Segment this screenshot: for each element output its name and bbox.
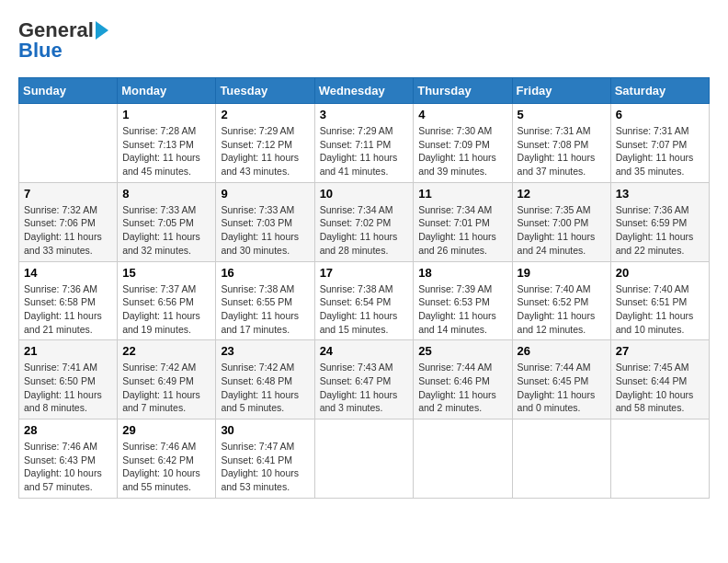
day-info: Sunrise: 7:41 AMSunset: 6:50 PMDaylight:… [24, 361, 112, 415]
day-number: 14 [24, 266, 112, 280]
day-number: 16 [221, 266, 309, 280]
calendar-cell: 24Sunrise: 7:43 AMSunset: 6:47 PMDayligh… [314, 340, 414, 419]
col-header-monday: Monday [118, 78, 216, 104]
calendar-week-row: 21Sunrise: 7:41 AMSunset: 6:50 PMDayligh… [19, 340, 710, 419]
day-info: Sunrise: 7:34 AMSunset: 7:02 PMDaylight:… [320, 203, 409, 258]
day-info: Sunrise: 7:40 AMSunset: 6:51 PMDaylight:… [616, 282, 704, 337]
calendar-cell: 3Sunrise: 7:29 AMSunset: 7:11 PMDaylight… [314, 104, 414, 183]
calendar-cell: 18Sunrise: 7:39 AMSunset: 6:53 PMDayligh… [414, 261, 512, 340]
day-number: 27 [616, 344, 704, 358]
calendar-cell: 1Sunrise: 7:28 AMSunset: 7:13 PMDaylight… [118, 104, 216, 183]
day-number: 10 [320, 187, 409, 201]
day-info: Sunrise: 7:30 AMSunset: 7:09 PMDaylight:… [418, 124, 506, 178]
calendar-cell: 30Sunrise: 7:47 AMSunset: 6:41 PMDayligh… [216, 419, 314, 499]
col-header-thursday: Thursday [414, 78, 512, 104]
day-number: 9 [221, 187, 309, 201]
calendar-cell: 16Sunrise: 7:38 AMSunset: 6:55 PMDayligh… [216, 261, 314, 340]
day-number: 26 [518, 344, 606, 358]
calendar-cell: 15Sunrise: 7:37 AMSunset: 6:56 PMDayligh… [118, 261, 216, 340]
day-number: 2 [221, 108, 309, 121]
day-info: Sunrise: 7:34 AMSunset: 7:01 PMDaylight:… [418, 203, 506, 258]
calendar-cell: 25Sunrise: 7:44 AMSunset: 6:46 PMDayligh… [414, 340, 512, 419]
calendar-cell: 26Sunrise: 7:44 AMSunset: 6:45 PMDayligh… [512, 340, 610, 419]
day-info: Sunrise: 7:44 AMSunset: 6:46 PMDaylight:… [418, 361, 506, 415]
day-number: 20 [616, 266, 704, 280]
day-info: Sunrise: 7:33 AMSunset: 7:03 PMDaylight:… [221, 203, 309, 258]
calendar-cell: 17Sunrise: 7:38 AMSunset: 6:54 PMDayligh… [314, 261, 414, 340]
day-info: Sunrise: 7:46 AMSunset: 6:43 PMDaylight:… [24, 440, 112, 494]
day-info: Sunrise: 7:29 AMSunset: 7:12 PMDaylight:… [221, 124, 309, 178]
day-info: Sunrise: 7:37 AMSunset: 6:56 PMDaylight:… [122, 282, 210, 337]
calendar-cell [414, 419, 512, 499]
day-number: 7 [24, 187, 112, 201]
col-header-sunday: Sunday [19, 78, 118, 104]
calendar-cell: 9Sunrise: 7:33 AMSunset: 7:03 PMDaylight… [216, 182, 314, 261]
day-number: 23 [221, 344, 309, 358]
day-number: 4 [418, 108, 506, 121]
day-number: 11 [418, 187, 506, 201]
day-info: Sunrise: 7:31 AMSunset: 7:07 PMDaylight:… [616, 124, 704, 178]
calendar-cell: 10Sunrise: 7:34 AMSunset: 7:02 PMDayligh… [314, 182, 414, 261]
day-number: 13 [616, 187, 704, 201]
day-number: 12 [518, 187, 606, 201]
logo-blue: Blue [18, 39, 63, 63]
day-info: Sunrise: 7:38 AMSunset: 6:55 PMDaylight:… [221, 282, 309, 337]
day-number: 3 [320, 108, 409, 121]
calendar-week-row: 28Sunrise: 7:46 AMSunset: 6:43 PMDayligh… [19, 419, 710, 499]
calendar-cell: 2Sunrise: 7:29 AMSunset: 7:12 PMDaylight… [216, 104, 314, 183]
calendar-cell: 21Sunrise: 7:41 AMSunset: 6:50 PMDayligh… [19, 340, 118, 419]
day-number: 17 [320, 266, 409, 280]
day-info: Sunrise: 7:44 AMSunset: 6:45 PMDaylight:… [518, 361, 606, 415]
day-number: 28 [24, 423, 112, 437]
day-number: 15 [122, 266, 210, 280]
day-info: Sunrise: 7:33 AMSunset: 7:05 PMDaylight:… [122, 203, 210, 258]
calendar-cell: 5Sunrise: 7:31 AMSunset: 7:08 PMDaylight… [512, 104, 610, 183]
day-info: Sunrise: 7:42 AMSunset: 6:49 PMDaylight:… [122, 361, 210, 415]
calendar-cell: 19Sunrise: 7:40 AMSunset: 6:52 PMDayligh… [512, 261, 610, 340]
calendar-cell [512, 419, 610, 499]
calendar-cell [314, 419, 414, 499]
day-info: Sunrise: 7:39 AMSunset: 6:53 PMDaylight:… [418, 282, 506, 337]
day-info: Sunrise: 7:45 AMSunset: 6:44 PMDaylight:… [616, 361, 704, 415]
calendar-cell: 29Sunrise: 7:46 AMSunset: 6:42 PMDayligh… [118, 419, 216, 499]
col-header-wednesday: Wednesday [314, 78, 414, 104]
day-number: 6 [616, 108, 704, 121]
day-info: Sunrise: 7:32 AMSunset: 7:06 PMDaylight:… [24, 203, 112, 258]
calendar-cell: 20Sunrise: 7:40 AMSunset: 6:51 PMDayligh… [610, 261, 709, 340]
day-info: Sunrise: 7:28 AMSunset: 7:13 PMDaylight:… [122, 124, 210, 178]
day-number: 1 [122, 108, 210, 121]
day-number: 24 [320, 344, 409, 358]
day-number: 29 [122, 423, 210, 437]
calendar-week-row: 1Sunrise: 7:28 AMSunset: 7:13 PMDaylight… [19, 104, 710, 183]
day-info: Sunrise: 7:29 AMSunset: 7:11 PMDaylight:… [320, 124, 409, 178]
day-info: Sunrise: 7:31 AMSunset: 7:08 PMDaylight:… [518, 124, 606, 178]
calendar-cell: 11Sunrise: 7:34 AMSunset: 7:01 PMDayligh… [414, 182, 512, 261]
calendar-cell: 28Sunrise: 7:46 AMSunset: 6:43 PMDayligh… [19, 419, 118, 499]
day-number: 8 [122, 187, 210, 201]
day-number: 25 [418, 344, 506, 358]
day-number: 21 [24, 344, 112, 358]
calendar-cell [19, 104, 118, 183]
calendar-cell: 7Sunrise: 7:32 AMSunset: 7:06 PMDaylight… [19, 182, 118, 261]
day-number: 19 [518, 266, 606, 280]
day-number: 22 [122, 344, 210, 358]
day-info: Sunrise: 7:36 AMSunset: 6:59 PMDaylight:… [616, 203, 704, 258]
calendar-week-row: 14Sunrise: 7:36 AMSunset: 6:58 PMDayligh… [19, 261, 710, 340]
calendar-cell: 27Sunrise: 7:45 AMSunset: 6:44 PMDayligh… [610, 340, 709, 419]
calendar-cell: 22Sunrise: 7:42 AMSunset: 6:49 PMDayligh… [118, 340, 216, 419]
col-header-saturday: Saturday [610, 78, 709, 104]
day-number: 30 [221, 423, 309, 437]
logo: General Blue [18, 18, 108, 63]
calendar-cell: 4Sunrise: 7:30 AMSunset: 7:09 PMDaylight… [414, 104, 512, 183]
day-info: Sunrise: 7:35 AMSunset: 7:00 PMDaylight:… [518, 203, 606, 258]
day-info: Sunrise: 7:43 AMSunset: 6:47 PMDaylight:… [320, 361, 409, 415]
calendar-cell: 14Sunrise: 7:36 AMSunset: 6:58 PMDayligh… [19, 261, 118, 340]
day-info: Sunrise: 7:38 AMSunset: 6:54 PMDaylight:… [320, 282, 409, 337]
calendar-cell: 8Sunrise: 7:33 AMSunset: 7:05 PMDaylight… [118, 182, 216, 261]
col-header-tuesday: Tuesday [216, 78, 314, 104]
calendar-header-row: SundayMondayTuesdayWednesdayThursdayFrid… [19, 78, 710, 104]
calendar-week-row: 7Sunrise: 7:32 AMSunset: 7:06 PMDaylight… [19, 182, 710, 261]
day-number: 18 [418, 266, 506, 280]
day-info: Sunrise: 7:36 AMSunset: 6:58 PMDaylight:… [24, 282, 112, 337]
page-header: General Blue [18, 18, 710, 63]
